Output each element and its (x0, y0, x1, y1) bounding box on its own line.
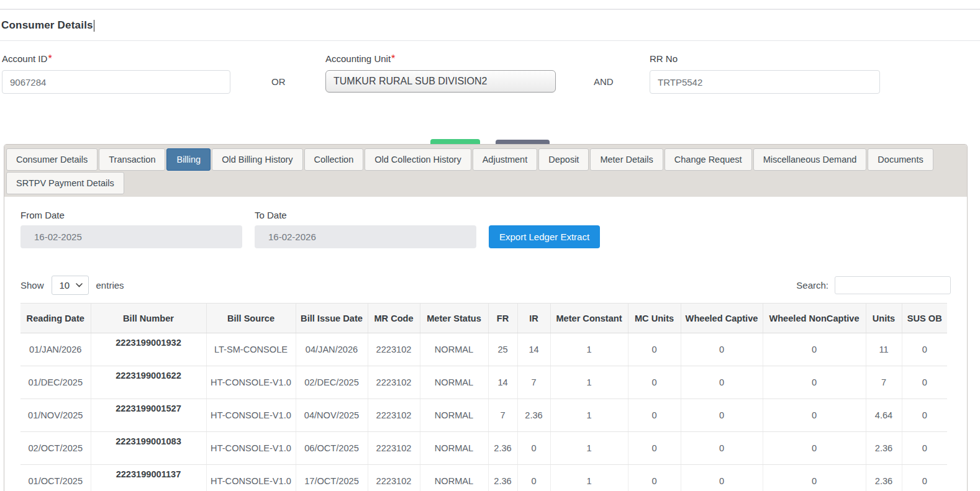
page-title: Consumer Details (1, 19, 93, 32)
tab-transaction[interactable]: Transaction (99, 148, 165, 171)
table-row: 01/NOV/20252223199001527HT-CONSOLE-V1.00… (20, 399, 947, 432)
top-strip (0, 0, 980, 10)
rr-no-input[interactable] (650, 70, 880, 94)
tab-documents[interactable]: Documents (868, 148, 933, 171)
table-cell: 2223102 (368, 465, 420, 491)
table-cell: 0 (902, 366, 947, 399)
table-cell: HT-CONSOLE-V1.0 (206, 465, 296, 491)
export-ledger-extract-button[interactable]: Export Ledger Extract (489, 225, 600, 248)
table-cell: 25 (488, 333, 517, 366)
table-cell: 04/JAN/2026 (296, 333, 368, 366)
or-label: OR (271, 76, 286, 87)
table-cell: 2.36 (866, 465, 902, 491)
table-cell: 1 (550, 465, 628, 491)
tab-meter-details[interactable]: Meter Details (590, 148, 663, 171)
entries-select[interactable]: 10 (52, 276, 89, 295)
table-cell: 7 (488, 399, 517, 432)
column-header-sus-ob[interactable]: SUS OB (902, 304, 947, 333)
table-cell: 2223199001137 (91, 465, 206, 491)
table-cell: 0 (763, 465, 866, 491)
column-header-bill-source[interactable]: Bill Source (206, 304, 296, 333)
table-cell: 7 (517, 366, 550, 399)
table-cell: 2.36 (517, 399, 550, 432)
tab-old-billing-history[interactable]: Old Billing History (212, 148, 302, 171)
search-input[interactable] (835, 276, 951, 294)
tab-old-collection-history[interactable]: Old Collection History (365, 148, 471, 171)
table-cell: 0 (763, 333, 866, 366)
table-cell: 0 (681, 399, 763, 432)
table-cell: HT-CONSOLE-V1.0 (206, 432, 296, 465)
tab-consumer-details[interactable]: Consumer Details (6, 148, 98, 171)
required-asterisk: * (48, 53, 52, 64)
column-header-ir[interactable]: IR (517, 304, 550, 333)
table-cell: 0 (902, 465, 947, 491)
table-cell: 1 (550, 399, 628, 432)
table-cell: 01/OCT/2025 (20, 465, 91, 491)
column-header-wheeled-captive[interactable]: Wheeled Captive (681, 304, 763, 333)
table-cell: 0 (628, 333, 681, 366)
tab-collection[interactable]: Collection (304, 148, 364, 171)
column-header-mr-code[interactable]: MR Code (368, 304, 420, 333)
table-cell: 0 (763, 432, 866, 465)
table-cell: 4.64 (866, 399, 902, 432)
tab-adjustment[interactable]: Adjustment (473, 148, 538, 171)
table-cell: 0 (763, 399, 866, 432)
table-cell: 01/JAN/2026 (20, 333, 91, 366)
account-id-label: Account ID (2, 53, 47, 64)
table-cell: HT-CONSOLE-V1.0 (206, 399, 296, 432)
table-header-row: Reading DateBill NumberBill SourceBill I… (20, 304, 947, 333)
column-header-bill-issue-date[interactable]: Bill Issue Date (296, 304, 368, 333)
text-cursor (94, 20, 94, 32)
to-date-input[interactable] (255, 225, 476, 248)
table-cell: NORMAL (420, 366, 488, 399)
table-row: 01/JAN/20262223199001932LT-SM-CONSOLE04/… (20, 333, 947, 366)
column-header-meter-status[interactable]: Meter Status (420, 304, 488, 333)
tab-deposit[interactable]: Deposit (538, 148, 589, 171)
billing-tab-content: From Date To Date Export Ledger Extract … (4, 210, 967, 491)
column-header-units[interactable]: Units (866, 304, 902, 333)
to-date-label: To Date (255, 210, 287, 220)
table-row: 02/OCT/20252223199001083HT-CONSOLE-V1.00… (20, 432, 947, 465)
title-bar: Consumer Details (0, 10, 980, 41)
table-cell: 2223102 (368, 432, 420, 465)
table-cell: 2.36 (866, 432, 902, 465)
account-id-input[interactable] (2, 70, 230, 94)
column-header-meter-constant[interactable]: Meter Constant (550, 304, 628, 333)
table-cell: 0 (681, 366, 763, 399)
rr-no-label: RR No (650, 53, 678, 64)
from-date-input[interactable] (20, 225, 242, 248)
column-header-reading-date[interactable]: Reading Date (20, 304, 91, 333)
table-cell: 17/OCT/2025 (296, 465, 368, 491)
tab-change-request[interactable]: Change Request (665, 148, 752, 171)
table-cell: 0 (902, 333, 947, 366)
table-row: 01/OCT/20252223199001137HT-CONSOLE-V1.01… (20, 465, 947, 491)
table-cell: 2223199001622 (91, 366, 206, 399)
column-header-bill-number[interactable]: Bill Number (91, 304, 206, 333)
table-cell: 1 (550, 366, 628, 399)
table-cell: 2223199001527 (91, 399, 206, 432)
table-cell: NORMAL (420, 465, 488, 491)
table-cell: 2223102 (368, 333, 420, 366)
table-cell: 0 (517, 465, 550, 491)
table-cell: 0 (681, 465, 763, 491)
show-label: Show (20, 280, 44, 291)
column-header-mc-units[interactable]: MC Units (628, 304, 681, 333)
column-header-wheeled-noncaptive[interactable]: Wheeled NonCaptive (763, 304, 866, 333)
table-cell: 0 (902, 399, 947, 432)
table-cell: 0 (517, 432, 550, 465)
tab-srtpv-payment-details[interactable]: SRTPV Payment Details (6, 172, 124, 194)
table-cell: 2223102 (368, 399, 420, 432)
tab-miscellaneous-demand[interactable]: Miscellaneous Demand (753, 148, 867, 171)
table-cell: 2223199001932 (91, 333, 206, 366)
column-header-fr[interactable]: FR (488, 304, 517, 333)
accounting-unit-label: Accounting Unit (325, 53, 391, 64)
table-cell: 01/DEC/2025 (20, 366, 91, 399)
table-cell: 11 (866, 333, 902, 366)
table-cell: 2223102 (368, 366, 420, 399)
accounting-unit-select[interactable]: TUMKUR RURAL SUB DIVISION2 (325, 70, 556, 92)
tab-billing[interactable]: Billing (166, 148, 211, 171)
required-asterisk: * (391, 53, 395, 64)
table-cell: 04/NOV/2025 (296, 399, 368, 432)
table-cell: 2.36 (488, 465, 517, 491)
table-cell: 7 (866, 366, 902, 399)
